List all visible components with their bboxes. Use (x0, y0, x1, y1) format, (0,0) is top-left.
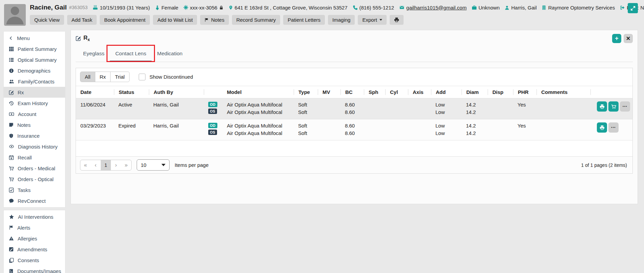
patient-employment: Unknown (472, 5, 500, 11)
col-comments: Comments (536, 89, 590, 95)
segment-trial[interactable]: Trial (110, 72, 129, 82)
export-dropdown-button[interactable]: Export (358, 15, 386, 25)
next-page-button[interactable]: › (111, 160, 121, 170)
chevron-left-icon (9, 36, 13, 40)
sidebar-item-revconnect[interactable]: RevConnect (4, 195, 65, 206)
quick-view-button[interactable]: Quick View (30, 15, 64, 25)
employment-text: Unknown (479, 5, 500, 11)
print-button[interactable] (390, 15, 404, 25)
order-rx-button[interactable] (608, 101, 619, 112)
print-rx-button[interactable] (597, 101, 607, 112)
cell-date: 03/29/2023 (76, 122, 114, 136)
cart-icon (9, 177, 14, 182)
gender-text: Female (161, 5, 178, 11)
sticky-note-icon (9, 122, 14, 127)
sidebar-item-rx[interactable]: Rx (4, 87, 65, 98)
patient-avatar[interactable] (4, 4, 26, 26)
sidebar-item-exam-history[interactable]: Exam History (4, 98, 65, 109)
patient-letters-button[interactable]: Patient Letters (283, 15, 325, 25)
cart-icon (9, 166, 14, 171)
tab-medication[interactable]: Medication (152, 47, 188, 62)
cell-add: LowLow (431, 122, 462, 136)
sidebar-item-demographics[interactable]: Demographics (4, 65, 65, 76)
envelope-icon (399, 5, 405, 10)
previous-page-button[interactable]: ‹ (91, 160, 101, 170)
col-actions (590, 89, 632, 95)
sidebar-item-patient-summary[interactable]: Patient Summary (4, 43, 65, 54)
imaging-button[interactable]: Imaging (328, 15, 355, 25)
sidebar-item-recall[interactable]: Recall (4, 152, 65, 163)
cell-add: LowLow (431, 101, 462, 115)
sidebar-item-ai-interventions[interactable]: AI Interventions (4, 211, 65, 222)
table-row[interactable]: 11/06/2024 Active Harris, Gail OD OS Air… (76, 98, 632, 119)
flag-icon (9, 225, 14, 230)
comment-icon (9, 198, 14, 203)
more-actions-button[interactable]: ••• (608, 122, 619, 133)
printer-icon (600, 104, 605, 109)
segment-all[interactable]: All (80, 72, 95, 82)
info-circle-icon (9, 68, 14, 73)
print-rx-button[interactable] (597, 122, 607, 133)
sidebar-item-orders-medical[interactable]: Orders - Medical (4, 163, 65, 174)
sidebar-label: Tasks (18, 187, 31, 193)
items-per-page-select[interactable]: 10 (137, 159, 170, 171)
patient-provider: Harris, Gail (505, 5, 536, 11)
tab-contact-lens[interactable]: Contact Lens (110, 47, 152, 62)
money-icon (9, 112, 14, 117)
patient-email: gailharris1015@gmail.com (399, 5, 467, 11)
cell-auth-by: Harris, Gail (149, 101, 204, 115)
female-icon (155, 5, 160, 10)
sidebar-item-documents-images[interactable]: Documents/Images (4, 266, 65, 273)
last-page-button[interactable]: » (121, 160, 131, 170)
sidebar-item-insurance[interactable]: Insurance (4, 130, 65, 141)
caret-down-icon (379, 19, 382, 22)
os-badge: OS (208, 130, 217, 135)
add-task-button[interactable]: Add Task (67, 15, 97, 25)
expand-button[interactable] (628, 3, 638, 13)
patient-id: #363053 (69, 5, 88, 10)
sidebar-item-tasks[interactable]: Tasks (4, 184, 65, 195)
sidebar-item-notes[interactable]: Notes (4, 119, 65, 130)
add-rx-button[interactable]: + (612, 34, 621, 43)
cell-type: SoftSoft (294, 122, 318, 136)
sidebar-item-diagnosis-history[interactable]: Diagnosis History (4, 141, 65, 152)
record-summary-button[interactable]: Record Summary (232, 15, 280, 25)
cell-mv (318, 101, 340, 115)
calendar-plus-icon (9, 155, 14, 160)
address-text: 641 E 163rd St , Cottage Grove, Wisconsi… (235, 5, 348, 11)
sidebar-label: Optical Summary (18, 57, 57, 63)
email-link[interactable]: gailharris1015@gmail.com (406, 5, 467, 11)
avatar-silhouette-icon (4, 4, 26, 26)
col-cyl: Cyl (385, 89, 408, 95)
sidebar-item-menu[interactable]: Menu (4, 33, 65, 43)
sidebar-item-optical-summary[interactable]: Optical Summary (4, 54, 65, 65)
cell-bc: 8.608.60 (340, 101, 364, 115)
more-actions-button[interactable]: ••• (620, 101, 630, 112)
tab-eyeglass[interactable]: Eyeglass (78, 47, 110, 62)
sidebar-item-allergies[interactable]: Allergies (4, 233, 65, 244)
current-page-button[interactable]: 1 (101, 160, 111, 170)
provider-icon (505, 5, 509, 10)
book-appointment-button[interactable]: Book Appointment (100, 15, 150, 25)
first-page-button[interactable]: « (80, 160, 91, 170)
sidebar-item-account[interactable]: Account (4, 109, 65, 119)
sidebar: Menu Patient Summary Optical Summary Dem… (3, 31, 65, 273)
table-row[interactable]: 03/29/2023 Expired Harris, Gail OD OS Ai… (76, 119, 632, 140)
close-panel-button[interactable]: ✕ (624, 34, 633, 43)
cell-cyl (385, 101, 408, 115)
cell-diam: 14.214.2 (462, 122, 488, 136)
add-to-wait-list-button[interactable]: Add to Wait List (153, 15, 197, 25)
sidebar-item-family-contacts[interactable]: Family/Contacts (4, 76, 65, 87)
sidebar-item-orders-optical[interactable]: Orders - Optical (4, 174, 65, 184)
col-bc: BC (340, 89, 364, 95)
patient-action-bar: Quick View Add Task Book Appointment Add… (30, 15, 404, 25)
show-discontinued-checkbox[interactable] (139, 74, 145, 80)
sidebar-item-alerts[interactable]: Alerts (4, 222, 65, 233)
sidebar-item-amendments[interactable]: Amendments (4, 244, 65, 255)
rx-title: Rx (83, 35, 90, 42)
cell-disp (488, 122, 513, 136)
sidebar-item-consents[interactable]: Consents (4, 255, 65, 266)
notes-button[interactable]: Notes (200, 15, 229, 25)
cell-sph (364, 122, 385, 136)
segment-rx[interactable]: Rx (95, 72, 110, 82)
